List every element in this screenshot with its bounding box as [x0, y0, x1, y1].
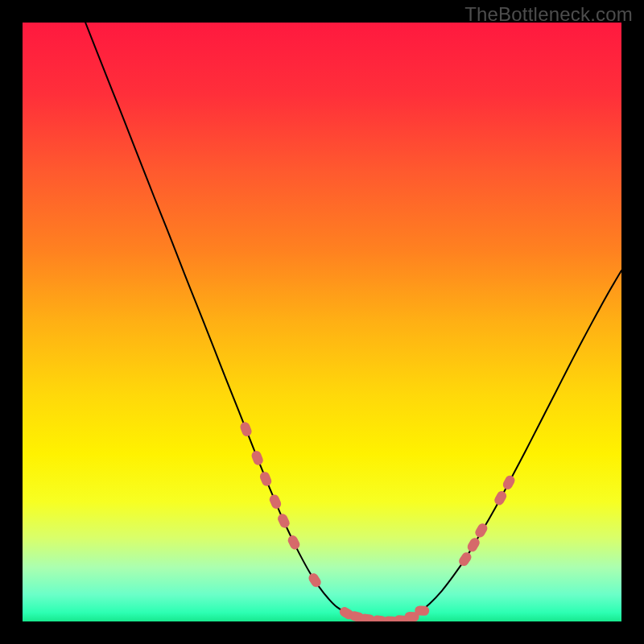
data-marker — [307, 572, 323, 589]
data-marker — [258, 470, 273, 487]
svg-rect-15 — [415, 605, 430, 616]
data-marker — [415, 605, 430, 616]
svg-rect-19 — [493, 489, 508, 507]
watermark-text: TheBottleneck.com — [464, 3, 633, 26]
curve-right-branch — [394, 270, 621, 621]
data-marker — [502, 474, 517, 492]
chart-frame: TheBottleneck.com — [0, 0, 644, 644]
svg-rect-6 — [287, 534, 302, 551]
curve-left-branch — [85, 23, 394, 621]
data-marker — [493, 489, 508, 507]
data-marker — [276, 512, 291, 529]
data-markers — [239, 421, 517, 621]
svg-rect-2 — [250, 449, 265, 466]
data-marker — [250, 449, 265, 466]
svg-rect-3 — [258, 470, 273, 487]
data-marker — [465, 536, 481, 554]
data-marker — [268, 493, 283, 510]
svg-rect-17 — [465, 536, 481, 554]
data-marker — [239, 421, 254, 438]
svg-rect-1 — [239, 421, 254, 438]
svg-rect-16 — [457, 551, 473, 568]
data-marker — [457, 551, 473, 568]
plot-area — [23, 23, 621, 621]
svg-rect-4 — [268, 493, 283, 510]
svg-rect-20 — [502, 474, 517, 492]
curve-layer — [23, 23, 621, 621]
data-marker — [287, 534, 302, 551]
svg-rect-7 — [307, 572, 323, 589]
svg-rect-5 — [276, 512, 291, 529]
